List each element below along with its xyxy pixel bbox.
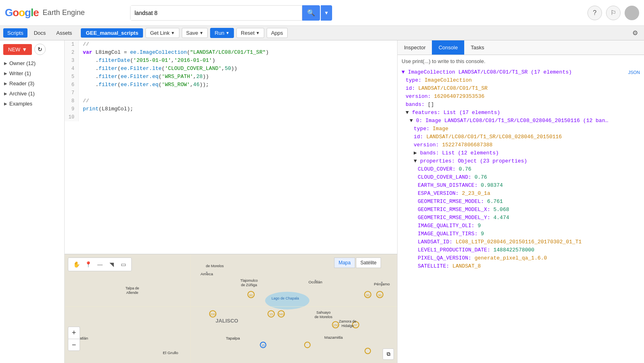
run-button[interactable]: Run ▼: [210, 28, 234, 38]
tree-item-examples[interactable]: ▶ Examples: [0, 99, 64, 109]
pin-tool[interactable]: 📍: [83, 260, 93, 269]
expand-icon: ▶: [4, 61, 7, 65]
tree-item-archive[interactable]: ▶ Archive (1): [0, 89, 64, 99]
code-line: 1 //: [65, 40, 397, 49]
feedback-button[interactable]: ⚐: [606, 6, 621, 20]
tree-item-writer[interactable]: ▶ Writer (1): [0, 68, 64, 78]
rectangle-tool[interactable]: ▭: [118, 260, 128, 269]
reset-button[interactable]: Reset ▼: [236, 28, 264, 38]
right-panel: Inspector Console Tasks Use print(...) t…: [398, 40, 644, 363]
get-link-button[interactable]: Get Link ▼: [145, 28, 179, 38]
svg-text:90: 90: [378, 293, 382, 297]
tree-prop-pixel-qa: PIXEL_QA_VERSION: generate_pixel_qa_1.6.…: [402, 254, 640, 262]
tree-node-img-bands[interactable]: ▶ bands: List (12 elements): [402, 149, 640, 157]
code-line: 10: [65, 113, 397, 121]
tree-node-img-type: type: Image: [402, 125, 640, 133]
search-button[interactable]: 🔍: [302, 5, 320, 21]
tab-inspector[interactable]: Inspector: [398, 40, 432, 55]
tree-item-label: Examples: [9, 101, 32, 107]
tree-prop-geo-rmse-y: GEOMETRIC_RMSE_MODEL_Y: 4.474: [402, 214, 640, 222]
svg-text:90: 90: [366, 293, 370, 297]
tree-node-features[interactable]: ▼ features: List (17 elements): [402, 109, 640, 117]
tree-prop-satellite: SATELLITE: LANDSAT_8: [402, 262, 640, 270]
code-line: 2 var L8imgCol = ee.ImageCollection("LAN…: [65, 49, 397, 57]
tree-node-version: version: 1620640729353536: [402, 93, 640, 101]
expand-icon: ▼: [402, 69, 405, 75]
console-content: Use print(...) to write to this console.…: [398, 55, 644, 363]
tree-item-label: Reader (3): [9, 80, 34, 87]
new-btn-row: NEW ▼ ↻: [0, 40, 64, 58]
tree-item-owner[interactable]: ▶ Owner (12): [0, 58, 64, 68]
search-dropdown-button[interactable]: ▼: [321, 5, 332, 21]
expand-icon: ▶: [4, 101, 7, 106]
tree-item-label: Owner (12): [9, 60, 36, 66]
svg-point-60: [315, 280, 316, 281]
code-line: 8 //: [65, 97, 397, 105]
collection-label: ImageCollection LANDSAT/LC08/C01/T1_SR (…: [408, 69, 572, 75]
main-layout: NEW ▼ ↻ ▶ Owner (12) ▶ Writer (1) ▶ Read…: [0, 40, 644, 363]
tree-node-props[interactable]: ▼ properties: Object (23 properties): [402, 157, 640, 165]
expand-icon: ▶: [4, 71, 7, 76]
help-button[interactable]: ?: [587, 6, 602, 20]
tree-prop-landsat-id: LANDSAT_ID: LC08_L1TP_028046_20150116_20…: [402, 238, 640, 246]
tree-root[interactable]: ▼ ImageCollection LANDSAT/LC08/C01/T1_SR…: [402, 68, 640, 76]
map-container: 200 80 15 540 90 90 90 150: [65, 254, 397, 363]
svg-text:Allende: Allende: [126, 291, 138, 295]
gear-button[interactable]: ⚙: [629, 27, 641, 39]
path-tool[interactable]: ⸻: [95, 260, 105, 269]
json-link[interactable]: JSON: [628, 68, 640, 76]
fullscreen-button[interactable]: ⧉: [383, 348, 394, 360]
refresh-button[interactable]: ↻: [34, 44, 46, 55]
tab-assets[interactable]: Assets: [52, 28, 76, 38]
map-type-satelite[interactable]: Satélite: [356, 257, 381, 268]
expand-icon-bands: ▶: [414, 150, 417, 156]
tab-console[interactable]: Console: [432, 40, 464, 55]
map-draw-tools: ✋ 📍 ⸻ ◥ ▭: [68, 257, 132, 271]
tab-tasks[interactable]: Tasks: [464, 40, 490, 55]
tree-node-bands: bands: []: [402, 101, 640, 109]
tree-prop-iq-tirs: IMAGE_QUALITY_TIRS: 9: [402, 230, 640, 238]
tree-node-type: type: ImageCollection: [402, 76, 640, 84]
tab-docs[interactable]: Docs: [30, 28, 50, 38]
map-type-controls: Mapa Satélite: [334, 257, 381, 268]
svg-text:Hidalgo: Hidalgo: [341, 324, 354, 328]
zoom-out-button[interactable]: −: [68, 339, 80, 351]
search-input-wrap: [130, 5, 302, 21]
hand-tool[interactable]: ✋: [72, 260, 81, 269]
expand-icon: ▶: [4, 91, 7, 96]
earth-engine-logo-text: Earth Engine: [43, 8, 85, 17]
svg-text:Sahuayo: Sahuayo: [316, 310, 330, 314]
polygon-tool[interactable]: ◥: [107, 260, 116, 269]
svg-text:80: 80: [249, 293, 253, 297]
code-line: 6 .filter(ee.Filter.eq('WRS_ROW',46));: [65, 81, 397, 89]
script-name: GEE_manual_scripts: [81, 28, 143, 38]
save-button[interactable]: Save ▼: [182, 28, 208, 38]
zoom-in-button[interactable]: +: [68, 327, 80, 339]
svg-text:Tlajomulco: Tlajomulco: [240, 279, 258, 283]
apps-button[interactable]: Apps: [267, 28, 288, 38]
header: Google Earth Engine 🔍 ▼ ? ⚐: [0, 0, 644, 26]
zoom-controls: + −: [68, 327, 80, 351]
search-input[interactable]: [130, 6, 302, 20]
svg-text:JALISCO: JALISCO: [215, 318, 238, 324]
code-line: 4 .filter(ee.Filter.lte('CLOUD_COVER_LAN…: [65, 65, 397, 73]
tree-item-reader[interactable]: ▶ Reader (3): [0, 78, 64, 89]
toolbar: Scripts Docs Assets GEE_manual_scripts G…: [0, 26, 644, 40]
tree-node-img0[interactable]: ▼ 0: Image LANDSAT/LC08/C01/T1_SR/LC08_0…: [402, 117, 640, 125]
tree-prop-cloud-cover: CLOUD_COVER: 0.76: [402, 165, 640, 173]
tab-scripts[interactable]: Scripts: [3, 28, 27, 38]
expand-icon: ▼: [406, 110, 409, 116]
tree-prop-cloud-cover-land: CLOUD_COVER_LAND: 0.76: [402, 173, 640, 182]
logo-area: Google Earth Engine: [5, 6, 126, 19]
tree-prop-level1-date: LEVEL1_PRODUCTION_DATE: 1488422578000: [402, 246, 640, 254]
tree-node-id: id: LANDSAT/LC08/C01/T1_SR: [402, 84, 640, 93]
tree-node-img-version: version: 1522747806687388: [402, 141, 640, 149]
tree-prop-geo-rmse: GEOMETRIC_RMSE_MODEL: 6.761: [402, 198, 640, 206]
left-panel: NEW ▼ ↻ ▶ Owner (12) ▶ Writer (1) ▶ Read…: [0, 40, 65, 363]
new-button[interactable]: NEW ▼: [3, 44, 32, 55]
map-type-mapa[interactable]: Mapa: [334, 257, 355, 268]
svg-text:Tapalpa: Tapalpa: [226, 336, 240, 340]
tree-prop-espa: ESPA_VERSION: 2_23_0_1a: [402, 190, 640, 198]
console-hint: Use print(...) to write to this console.: [402, 58, 640, 64]
avatar[interactable]: [625, 6, 639, 20]
